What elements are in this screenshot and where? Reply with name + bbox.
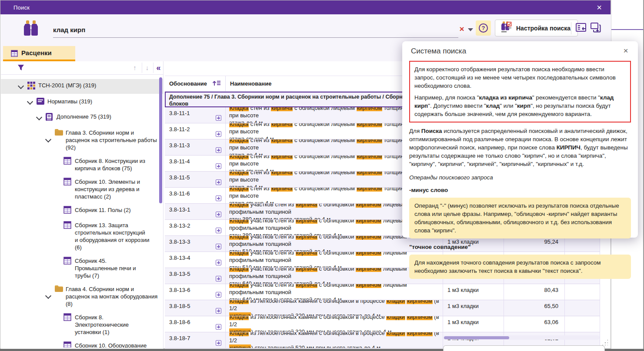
move-up-button[interactable]: ↑ xyxy=(130,63,140,73)
expand-plus-icon[interactable] xyxy=(216,115,221,121)
collapse-panel-button[interactable]: « xyxy=(153,63,164,73)
tree-item-label: Дополнение 75 (319) xyxy=(57,113,111,120)
row-name: Кладка из легкобетонных камней с облицов… xyxy=(229,300,439,316)
search-input[interactable] xyxy=(53,22,458,38)
row-code: 3.8-11-3 xyxy=(169,142,190,149)
chevron-down-icon[interactable] xyxy=(44,294,54,299)
background-window-divider xyxy=(611,29,643,30)
tree-item-label: Глава 4. Сборники норм и расценок на мон… xyxy=(66,285,158,308)
chevron-placeholder xyxy=(53,347,63,348)
row-unit-cell: 1 м3 кладки xyxy=(443,316,504,332)
tree-item[interactable]: Сборник 11. Полы (2) xyxy=(1,204,163,218)
row-code: 3.8-11-2 xyxy=(169,126,190,132)
expand-plus-icon[interactable] xyxy=(216,163,221,169)
row-code: 3.8-13-3 xyxy=(169,238,190,245)
row-code-cell: 3.8-13-4 xyxy=(165,252,226,268)
tree-item[interactable]: Сборник 10. Оборудование связи (4) xyxy=(1,339,163,348)
expand-plus-icon[interactable] xyxy=(216,276,221,281)
search-history-caret-icon[interactable] xyxy=(468,28,473,31)
row-code: 3.8-18-5 xyxy=(169,303,190,309)
help-block-red-box: Для корректного отображения результатов … xyxy=(409,61,631,123)
row-code-cell: 3.8-13-2 xyxy=(165,220,226,235)
row-name-cell: Кладка из легкобетонных камней с облицов… xyxy=(226,316,443,332)
chevron-placeholder xyxy=(53,186,63,192)
row-code-cell: 3.8-13-3 xyxy=(165,236,226,252)
close-icon[interactable]: × xyxy=(593,0,605,14)
open-in-window-icon[interactable] xyxy=(589,21,602,34)
chevron-placeholder xyxy=(53,265,63,271)
row-name-cell: Кладка из легкобетонных камней с облицов… xyxy=(226,332,443,348)
expand-plus-icon[interactable] xyxy=(216,228,221,233)
filter-icon[interactable] xyxy=(17,64,24,73)
row-code-cell: 3.8-18-5 xyxy=(165,300,226,316)
dock-results-icon[interactable] xyxy=(575,21,588,34)
expand-plus-icon[interactable] xyxy=(216,340,221,346)
chevron-down-icon[interactable] xyxy=(44,137,54,142)
tree-item[interactable]: Сборник 8. Электротехнические установки … xyxy=(1,311,163,338)
tree-item[interactable]: Сборник 10. Элементы и конструкции из де… xyxy=(1,176,163,202)
row-code: 3.8-13-1 xyxy=(169,206,190,213)
table-icon xyxy=(63,221,75,231)
tree-list: ТСН-2001 (МГЭ) (319) Нормативы (319) Доп… xyxy=(1,75,163,348)
expand-plus-icon[interactable] xyxy=(216,244,221,249)
resize-grip[interactable] xyxy=(601,338,608,345)
folder-icon xyxy=(54,129,66,138)
tree-toolbar: ↑ ↓ « xyxy=(1,61,163,75)
help-block-heading: "точное совпадение" xyxy=(409,243,631,251)
tree-item-label: Сборник 45. Промышленные печи и трубы (7… xyxy=(75,257,150,279)
expand-plus-icon[interactable] xyxy=(216,260,221,265)
row-code: 3.8-18-6 xyxy=(169,319,190,325)
popup-body: Для корректного отображения результатов … xyxy=(402,58,638,287)
tree-item[interactable]: Сборник 8. Конструкции из кирпича и блок… xyxy=(1,155,163,174)
tree-item[interactable]: Нормативы (319) xyxy=(1,95,163,109)
expand-plus-icon[interactable] xyxy=(216,292,221,298)
tree-item[interactable]: ТСН-2001 (МГЭ) (319) xyxy=(1,79,163,94)
row-value-cell: 63,06 xyxy=(504,316,565,332)
rates-table-icon xyxy=(11,50,18,57)
card-icon xyxy=(36,97,47,107)
tree-item[interactable]: Дополнение 75 (319) xyxy=(1,110,163,125)
sort-icon[interactable] xyxy=(212,80,221,87)
search-settings-button[interactable]: Настройка поиска xyxy=(495,20,578,36)
row-code-cell: 3.8-13-1 xyxy=(165,204,226,219)
row-code: 3.8-11-5 xyxy=(169,174,190,181)
chevron-down-icon[interactable] xyxy=(35,115,45,120)
table-row[interactable]: 3.8-18-6Кладка из легкобетонных камней с… xyxy=(165,316,600,332)
expand-plus-icon[interactable] xyxy=(216,308,221,314)
table-icon xyxy=(63,206,75,215)
help-button[interactable]: ? xyxy=(476,20,491,36)
tree-item-label: Сборник 8. Электротехнические установки … xyxy=(75,313,150,336)
chevron-down-icon[interactable] xyxy=(26,99,36,105)
expand-plus-icon[interactable] xyxy=(216,131,221,137)
tab-rascenki[interactable]: Расценки xyxy=(3,46,75,61)
tree-item[interactable]: Глава 3. Сборники норм и расценок на стр… xyxy=(1,126,163,153)
tree-item[interactable]: Сборник 13. Защита строительных конструк… xyxy=(1,219,163,253)
tree-item[interactable]: Глава 4. Сборники норм и расценок на мон… xyxy=(1,283,163,310)
tree-item-label: Сборник 11. Полы (2) xyxy=(75,206,130,214)
expand-plus-icon[interactable] xyxy=(216,212,221,217)
expand-plus-icon[interactable] xyxy=(216,195,221,201)
column-header[interactable]: Обоснование xyxy=(165,76,226,91)
chevron-placeholder xyxy=(53,234,63,239)
row-code-cell: 3.8-11-5 xyxy=(165,172,226,187)
tree-item[interactable]: Сборник 45. Промышленные печи и трубы (7… xyxy=(1,255,163,281)
horizontal-scrollbar-thumb[interactable] xyxy=(444,336,509,339)
horizontal-scrollbar[interactable] xyxy=(443,335,600,340)
search-system-popup: Система поиска × Для корректного отображ… xyxy=(402,41,638,238)
tree-item-label: ТСН-2001 (МГЭ) (319) xyxy=(38,81,96,89)
table-row[interactable]: 3.8-18-5Кладка из легкобетонных камней с… xyxy=(165,300,600,316)
popup-close-icon[interactable]: × xyxy=(621,46,631,56)
row-code: 3.8-13-5 xyxy=(169,271,190,277)
chevron-placeholder xyxy=(53,322,63,327)
expand-plus-icon[interactable] xyxy=(216,147,221,153)
row-extra-cell xyxy=(565,300,600,316)
binoculars-icon xyxy=(21,20,41,38)
tree-item-label: Сборник 8. Конструкции из кирпича и блок… xyxy=(75,157,150,172)
move-down-button[interactable]: ↓ xyxy=(142,63,152,73)
help-block-italic: Операнды поискового запроса xyxy=(409,173,631,182)
chevron-down-icon[interactable] xyxy=(17,84,27,89)
clear-search-icon[interactable]: × xyxy=(457,24,467,34)
expand-plus-icon[interactable] xyxy=(216,324,221,330)
tree-scrollbar[interactable] xyxy=(159,77,162,203)
expand-plus-icon[interactable] xyxy=(216,179,221,185)
